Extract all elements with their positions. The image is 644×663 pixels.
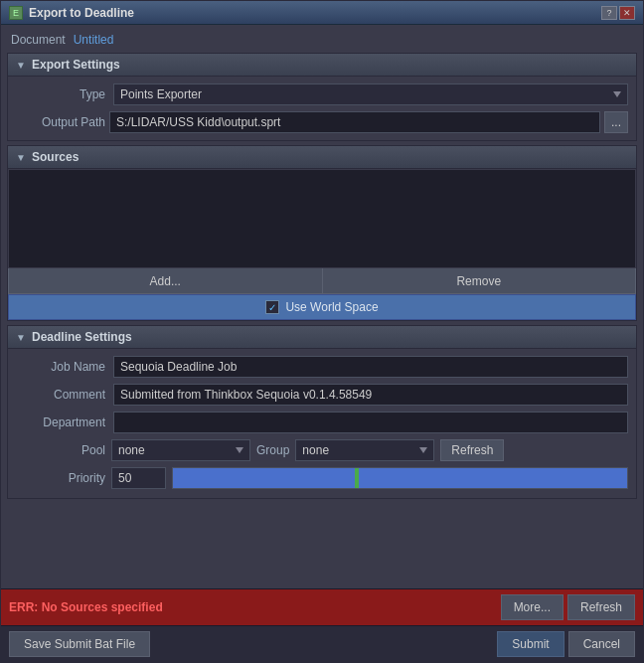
collapse-arrow-export: ▼: [16, 60, 26, 71]
deadline-settings-body: Job Name Comment Department Pool: [8, 349, 636, 498]
output-path-row: Output Path ...: [16, 110, 628, 134]
document-value: Untitled: [74, 33, 114, 47]
output-path-input[interactable]: [109, 111, 600, 133]
sources-buttons: Add... Remove: [8, 268, 636, 294]
comment-input[interactable]: [113, 384, 628, 406]
title-bar-left: E Export to Deadline: [9, 6, 134, 20]
use-world-space-label: Use World Space: [285, 300, 378, 314]
content-area: Document Untitled ▼ Export Settings Type…: [1, 25, 643, 588]
priority-label: Priority: [16, 471, 105, 485]
document-label: Document: [11, 33, 66, 47]
priority-track-rest: [359, 468, 627, 488]
department-label: Department: [16, 415, 105, 429]
job-name-input[interactable]: [113, 356, 628, 378]
deadline-settings-title: Deadline Settings: [32, 330, 132, 344]
priority-slider[interactable]: [172, 467, 628, 489]
submit-button[interactable]: Submit: [497, 631, 564, 657]
window-title: Export to Deadline: [29, 6, 134, 20]
main-window: E Export to Deadline ? ✕ Document Untitl…: [0, 0, 644, 663]
export-settings-body: Type Points Exporter Output Path ...: [8, 77, 636, 140]
error-buttons: More... Refresh: [501, 594, 635, 620]
remove-button[interactable]: Remove: [323, 268, 637, 294]
browse-button[interactable]: ...: [604, 111, 628, 133]
cancel-button[interactable]: Cancel: [568, 631, 635, 657]
department-row: Department: [16, 411, 628, 434]
collapse-arrow-deadline: ▼: [16, 332, 26, 343]
use-world-space-checkbox[interactable]: ✓: [265, 300, 279, 314]
group-label: Group: [256, 443, 289, 457]
deadline-settings-section: ▼ Deadline Settings Job Name Comment Dep…: [7, 325, 637, 499]
sources-header[interactable]: ▼ Sources: [8, 146, 636, 169]
error-text: ERR: No Sources specified: [9, 600, 163, 614]
sources-list: [8, 169, 636, 268]
add-button[interactable]: Add...: [8, 268, 323, 294]
submit-row: Save Submit Bat File Submit Cancel: [1, 626, 643, 662]
submit-left: Save Submit Bat File: [9, 631, 150, 657]
refresh-button[interactable]: Refresh: [567, 594, 635, 620]
checkbox-check-icon: ✓: [268, 302, 276, 313]
priority-input[interactable]: [111, 467, 166, 489]
title-bar: E Export to Deadline ? ✕: [1, 1, 643, 25]
export-settings-section: ▼ Export Settings Type Points Exporter O…: [7, 53, 637, 141]
job-name-label: Job Name: [16, 360, 105, 374]
comment-label: Comment: [16, 388, 105, 402]
group-select[interactable]: none: [295, 439, 434, 461]
deadline-settings-header[interactable]: ▼ Deadline Settings: [8, 326, 636, 349]
sources-title: Sources: [32, 150, 79, 164]
type-select[interactable]: Points Exporter: [113, 83, 628, 105]
priority-row: Priority: [16, 466, 628, 490]
comment-row: Comment: [16, 383, 628, 407]
save-bat-button[interactable]: Save Submit Bat File: [9, 631, 150, 657]
window-icon: E: [9, 6, 23, 20]
use-world-space-row[interactable]: ✓ Use World Space: [8, 294, 636, 320]
sources-section: ▼ Sources Add... Remove ✓ Use World Spac…: [7, 145, 637, 321]
pool-group-row: Pool none Group none Refresh: [16, 438, 628, 462]
priority-track-blue: [173, 468, 355, 488]
department-input[interactable]: [113, 412, 628, 433]
pool-label: Pool: [16, 443, 105, 457]
type-label: Type: [16, 87, 105, 101]
close-button[interactable]: ✕: [619, 6, 635, 20]
document-row: Document Untitled: [7, 31, 637, 49]
collapse-arrow-sources: ▼: [16, 152, 26, 163]
export-settings-header[interactable]: ▼ Export Settings: [8, 54, 636, 77]
refresh-pool-button[interactable]: Refresh: [440, 439, 504, 461]
title-buttons: ? ✕: [601, 6, 635, 20]
export-settings-title: Export Settings: [32, 58, 120, 72]
error-row: ERR: No Sources specified More... Refres…: [1, 589, 643, 626]
help-button[interactable]: ?: [601, 6, 617, 20]
bottom-bar: ERR: No Sources specified More... Refres…: [1, 588, 643, 662]
output-path-label: Output Path: [16, 115, 105, 129]
type-row: Type Points Exporter: [16, 83, 628, 106]
pool-select[interactable]: none: [111, 439, 250, 461]
submit-right: Submit Cancel: [497, 631, 635, 657]
job-name-row: Job Name: [16, 355, 628, 379]
more-button[interactable]: More...: [501, 594, 564, 620]
